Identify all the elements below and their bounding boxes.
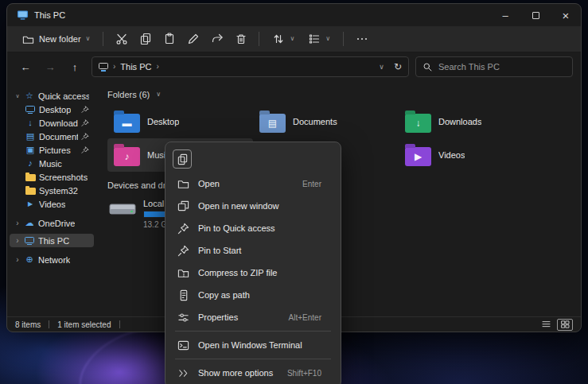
sidebar-item-this-pc[interactable]: › This PC xyxy=(10,234,94,247)
chevron-down-icon: ∨ xyxy=(325,36,330,42)
delete-button[interactable] xyxy=(230,29,251,48)
videos-icon: ▶ xyxy=(25,201,36,208)
new-folder-button[interactable]: New folder ∨ xyxy=(17,30,95,48)
sidebar-item-onedrive[interactable]: › ☁ OneDrive xyxy=(10,216,94,230)
show-more-icon xyxy=(177,367,189,379)
sidebar-item-videos[interactable]: ▶ Videos xyxy=(10,197,94,211)
rename-icon xyxy=(187,33,200,45)
toolbar-divider xyxy=(259,32,259,46)
icons-view-icon xyxy=(560,320,570,329)
copy-icon xyxy=(177,153,189,165)
pin-start-icon xyxy=(177,245,189,257)
details-view-icon xyxy=(541,320,551,329)
close-button[interactable]: × xyxy=(551,4,581,26)
menu-item-open-in-new-window[interactable]: Open in new window xyxy=(169,195,337,217)
details-view-button[interactable] xyxy=(538,319,554,331)
documents-icon: ▤ xyxy=(25,132,36,141)
open-new-window-icon xyxy=(177,200,189,212)
menu-item-pin-to-quick-access[interactable]: Pin to Quick access xyxy=(169,217,337,239)
toolbar-divider xyxy=(103,32,103,46)
sidebar-item-downloads[interactable]: ↓ Downloads xyxy=(10,116,94,130)
address-dropdown-chevron-icon[interactable]: ∨ xyxy=(379,64,384,71)
paste-button[interactable] xyxy=(158,29,180,48)
breadcrumb-chevron-icon: › xyxy=(113,63,115,71)
downloads-icon: ↓ xyxy=(25,118,36,127)
window-title: This PC xyxy=(34,10,65,20)
title-bar: This PC – × xyxy=(7,4,581,26)
folder-icon xyxy=(25,173,36,181)
copy-icon xyxy=(139,33,152,45)
sidebar-item-system32[interactable]: System32 xyxy=(10,184,94,197)
zip-icon xyxy=(177,267,189,279)
pin-icon xyxy=(81,133,89,141)
menu-item-pin-to-start[interactable]: Pin to Start xyxy=(169,239,337,262)
chevron-down-icon[interactable]: ∨ xyxy=(14,93,21,99)
folders-section-header[interactable]: Folders (6) ∨ xyxy=(107,87,574,102)
copy-path-icon xyxy=(177,289,189,301)
copy-button[interactable] xyxy=(134,29,156,48)
minimize-button[interactable]: – xyxy=(490,4,520,26)
search-icon xyxy=(423,62,433,72)
view-toggles xyxy=(538,319,573,331)
back-button[interactable]: ← xyxy=(15,56,36,77)
forward-button[interactable]: → xyxy=(40,56,60,77)
refresh-button[interactable]: ↻ xyxy=(394,61,402,72)
folder-tile-documents[interactable]: ▤ Documents xyxy=(253,105,399,138)
sidebar-item-music[interactable]: ♪ Music xyxy=(10,157,94,170)
search-box[interactable] xyxy=(415,56,573,77)
quick-copy-button[interactable] xyxy=(173,149,192,169)
this-pc-monitor-icon xyxy=(24,237,35,245)
sidebar-item-desktop[interactable]: Desktop xyxy=(10,103,94,116)
chevron-right-icon[interactable]: › xyxy=(14,236,21,245)
folder-icon xyxy=(25,186,36,195)
open-icon xyxy=(177,178,189,190)
icons-view-button[interactable] xyxy=(557,319,573,331)
items-count: 8 items xyxy=(15,320,41,329)
rename-button[interactable] xyxy=(182,29,204,48)
breadcrumb-chevron-icon: › xyxy=(156,63,158,71)
folder-tile-desktop[interactable]: ▬ Desktop xyxy=(107,105,253,138)
sort-button[interactable]: ∨ xyxy=(267,29,300,48)
sidebar-item-network[interactable]: › ⊕ Network xyxy=(10,253,94,266)
menu-item-properties[interactable]: Properties Alt+Enter xyxy=(169,306,337,328)
chevron-right-icon[interactable]: › xyxy=(14,219,21,227)
breadcrumb-this-pc[interactable]: This PC xyxy=(120,62,151,72)
selection-count: 1 item selected xyxy=(57,320,111,329)
up-button[interactable]: ↑ xyxy=(64,56,85,77)
chevron-down-icon: ∨ xyxy=(86,36,91,42)
search-input[interactable] xyxy=(438,62,566,72)
menu-item-copy-as-path[interactable]: Copy as path xyxy=(169,284,337,306)
menu-item-compress-to-zip[interactable]: Compress to ZIP file xyxy=(169,262,337,284)
share-button[interactable] xyxy=(206,29,228,48)
context-menu: Open Enter Open in new window Pin to Qui… xyxy=(165,142,341,384)
menu-item-open-in-windows-terminal[interactable]: Open in Windows Terminal xyxy=(169,334,337,356)
sidebar-item-pictures[interactable]: ▣ Pictures xyxy=(10,143,94,157)
cut-icon xyxy=(115,33,128,45)
pin-quick-access-icon xyxy=(177,223,189,235)
navigation-bar: ← → ↑ › This PC › ∨ ↻ xyxy=(7,52,581,81)
pin-icon xyxy=(81,146,89,154)
new-folder-icon xyxy=(22,33,34,45)
desktop-monitor-icon xyxy=(25,106,36,114)
view-button[interactable]: ∨ xyxy=(302,29,336,48)
this-pc-window-icon xyxy=(17,10,29,21)
sidebar-item-documents[interactable]: ▤ Documents xyxy=(10,130,94,143)
folder-tile-downloads[interactable]: ↓ Downloads xyxy=(399,105,544,138)
pictures-icon: ▣ xyxy=(25,145,36,154)
address-bar[interactable]: › This PC › ∨ ↻ xyxy=(92,56,409,77)
menu-item-show-more-options[interactable]: Show more options Shift+F10 xyxy=(169,362,337,384)
this-pc-icon xyxy=(99,63,108,69)
cut-button[interactable] xyxy=(111,29,132,48)
chevron-down-icon: ∨ xyxy=(156,91,161,98)
properties-icon xyxy=(177,312,189,324)
downloads-folder-icon: ↓ xyxy=(405,114,431,133)
paste-icon xyxy=(163,33,176,45)
menu-item-open[interactable]: Open Enter xyxy=(169,173,337,195)
sidebar-item-screenshots[interactable]: Screenshots xyxy=(10,170,94,184)
sidebar-item-quick-access[interactable]: ∨ ☆ Quick access xyxy=(10,89,94,103)
folder-tile-videos[interactable]: ▶ Videos xyxy=(399,138,544,172)
new-folder-label: New folder xyxy=(39,34,81,44)
chevron-right-icon[interactable]: › xyxy=(14,255,21,264)
maximize-button[interactable] xyxy=(520,4,551,26)
more-options-button[interactable] xyxy=(351,29,372,48)
